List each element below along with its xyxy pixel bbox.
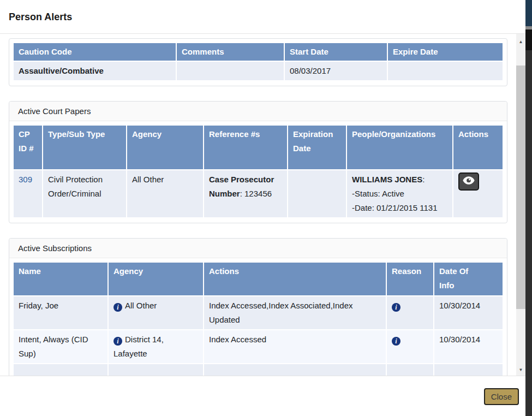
people-name-suffix: :	[422, 175, 425, 184]
table-row: Assaultive/Combative 08/03/2017	[14, 62, 503, 81]
backdrop-segment	[525, 50, 532, 416]
reference-value: : 123456	[240, 189, 272, 198]
col-header-reference: Reference #s	[204, 126, 288, 170]
table-row: Friday, Joe iAll Other Index Accessed,In…	[14, 296, 503, 330]
col-header-agency: Agency	[127, 126, 204, 170]
expiration-date-cell	[288, 170, 347, 218]
close-button[interactable]: Close	[484, 388, 519, 405]
agency-cell: All Other	[127, 170, 204, 218]
caution-header-row: Caution Code Comments Start Date Expire …	[14, 43, 503, 62]
actions-cell: Index Accessed	[204, 330, 387, 364]
people-status-line: -Status: Active	[352, 187, 447, 201]
subscriptions-header-row: Name Agency Actions Reason Date Of Info	[14, 263, 503, 296]
col-header-caution-code: Caution Code	[14, 43, 177, 62]
col-header-people-organizations: People/Organizations	[347, 126, 453, 170]
info-icon[interactable]: i	[392, 303, 401, 312]
people-name: WILLIAMS JONES	[352, 175, 422, 184]
reason-cell: i	[387, 330, 434, 364]
backdrop-segment	[525, 29, 532, 50]
agency-cell: iAll Other	[109, 296, 204, 330]
info-icon[interactable]: i	[392, 337, 401, 346]
scroll-down-icon: ▼	[519, 367, 523, 372]
modal-footer: Close	[0, 376, 525, 416]
section-title-active-subscriptions: Active Subscriptions	[9, 239, 507, 258]
col-header-cp-id: CP ID #	[14, 126, 43, 170]
people-organizations-cell: WILLIAMS JONES: -Status: Active -Date: 0…	[347, 170, 453, 218]
agency-text: All Other	[125, 301, 157, 310]
reason-cell: i	[387, 296, 434, 330]
backdrop-segment	[525, 0, 532, 26]
col-header-agency: Agency	[109, 263, 204, 296]
active-court-papers-table: CP ID # Type/Sub Type Agency Reference #…	[14, 126, 503, 218]
modal-header: Person Alerts	[0, 0, 525, 34]
col-header-date-of-info: Date Of Info	[434, 263, 503, 296]
col-header-actions: Actions	[204, 263, 387, 296]
caution-codes-panel: Caution Code Comments Start Date Expire …	[9, 38, 507, 86]
modal-content: Caution Code Comments Start Date Expire …	[0, 34, 516, 376]
active-subscriptions-panel: Active Subscriptions Name Agency	[9, 238, 507, 376]
actions-cell	[453, 170, 503, 218]
scroll-down-button[interactable]: ▼	[516, 365, 525, 375]
reference-cell: Case Prosecutor Number: 123456	[204, 170, 288, 218]
agency-cell: iDistrict 14, Lafayette	[109, 330, 204, 364]
section-title-active-court-papers: Active Court Papers	[9, 102, 507, 121]
page-backdrop	[525, 0, 532, 416]
col-header-expire-date: Expire Date	[388, 43, 503, 62]
screen: Person Alerts Caution Cod	[0, 0, 532, 416]
actions-cell: Index Accessed,Index Associated,Index Up…	[204, 296, 387, 330]
info-icon[interactable]: i	[113, 337, 122, 346]
modal-title: Person Alerts	[9, 11, 517, 23]
name-cell: Intent, Always (CID Sup)	[14, 330, 109, 364]
vertical-scrollbar[interactable]: ▲ ▼	[516, 34, 525, 376]
expire-date-cell	[388, 62, 503, 81]
type-sub-type-cell: Civil Protection Order/Criminal	[43, 170, 127, 218]
scrollbar-thumb[interactable]	[516, 66, 525, 309]
col-header-comments: Comments	[177, 43, 285, 62]
col-header-expiration-date: Expiration Date	[288, 126, 347, 170]
active-subscriptions-table: Name Agency Actions Reason Date Of Info …	[14, 263, 503, 376]
modal-body: Caution Code Comments Start Date Expire …	[0, 34, 525, 376]
info-icon[interactable]: i	[113, 303, 122, 312]
col-header-name: Name	[14, 263, 109, 296]
date-of-info-cell: 10/30/2014	[434, 330, 503, 364]
eye-icon	[463, 175, 475, 189]
court-papers-header-row: CP ID # Type/Sub Type Agency Reference #…	[14, 126, 503, 170]
col-header-type-sub-type: Type/Sub Type	[43, 126, 127, 170]
col-header-start-date: Start Date	[285, 43, 388, 62]
col-header-reason: Reason	[387, 263, 434, 296]
scroll-up-button[interactable]: ▲	[516, 37, 525, 46]
scroll-up-icon: ▲	[519, 39, 523, 44]
comments-cell	[177, 62, 285, 81]
people-name-line: WILLIAMS JONES:	[352, 173, 447, 187]
people-date-line: -Date: 01/21/2015 1131	[352, 201, 447, 215]
caution-code-cell: Assaultive/Combative	[14, 62, 177, 81]
col-header-actions: Actions	[453, 126, 503, 170]
view-details-button[interactable]	[458, 173, 479, 191]
table-row: 309 Civil Protection Order/Criminal All …	[14, 170, 503, 218]
person-alerts-modal: Person Alerts Caution Cod	[0, 0, 525, 416]
date-of-info-cell: 10/30/2014	[434, 296, 503, 330]
cp-id-cell: 309	[14, 170, 43, 218]
start-date-cell: 08/03/2017	[285, 62, 388, 81]
table-row-partial	[14, 364, 503, 376]
name-cell: Friday, Joe	[14, 296, 109, 330]
table-row: Intent, Always (CID Sup) iDistrict 14, L…	[14, 330, 503, 364]
active-court-papers-panel: Active Court Papers CP ID #	[9, 101, 507, 223]
caution-codes-table: Caution Code Comments Start Date Expire …	[14, 43, 503, 81]
cp-id-link[interactable]: 309	[19, 175, 32, 184]
